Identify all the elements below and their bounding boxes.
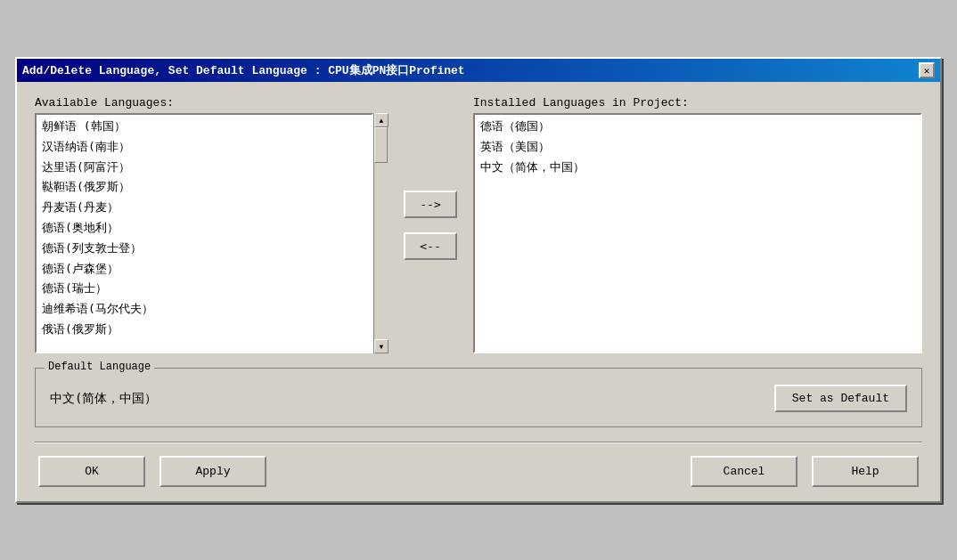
title-bar: Add/Delete Language, Set Default Languag…: [17, 59, 940, 82]
main-dialog: Add/Delete Language, Set Default Languag…: [15, 57, 942, 503]
separator: [35, 442, 922, 443]
scroll-thumb[interactable]: [374, 127, 388, 163]
default-language-row: 中文(简体，中国） Set as Default: [50, 385, 907, 412]
dialog-title: Add/Delete Language, Set Default Languag…: [22, 62, 465, 78]
list-item[interactable]: 鞑靼语(俄罗斯）: [38, 177, 370, 198]
footer-right-buttons: Cancel Help: [691, 456, 919, 487]
installed-languages-section: Installed Languages in Project: 德语（德国）英语…: [473, 96, 922, 353]
list-item[interactable]: 德语(瑞士）: [38, 279, 370, 299]
default-language-group: Default Language 中文(简体，中国） Set as Defaul…: [35, 368, 922, 427]
footer-buttons: OK Apply Cancel Help: [35, 456, 922, 487]
available-list-scrollbar[interactable]: ▲ ▼: [373, 113, 388, 353]
apply-button[interactable]: Apply: [160, 456, 266, 487]
list-item[interactable]: 德语（德国）: [477, 117, 919, 137]
list-item[interactable]: 英语（美国）: [477, 137, 919, 158]
list-item[interactable]: 俄语(俄罗斯）: [38, 320, 370, 340]
list-item[interactable]: 中文（简体，中国）: [477, 158, 919, 178]
list-item[interactable]: 朝鲜语 (韩国）: [38, 117, 370, 137]
installed-languages-list[interactable]: 德语（德国）英语（美国）中文（简体，中国）: [473, 113, 922, 353]
cancel-button[interactable]: Cancel: [691, 456, 798, 487]
list-item[interactable]: 德语(卢森堡）: [38, 259, 370, 280]
help-button[interactable]: Help: [812, 456, 919, 487]
scroll-thumb-area: [374, 127, 388, 339]
remove-language-button[interactable]: <--: [404, 232, 457, 260]
available-languages-label: Available Languages:: [35, 96, 388, 110]
lists-row: Available Languages: 朝鲜语 (韩国）汉语纳语(南非）达里语…: [35, 96, 922, 353]
list-item[interactable]: 达里语(阿富汗）: [38, 158, 370, 178]
arrows-column: --> <--: [388, 96, 473, 353]
dialog-body: Available Languages: 朝鲜语 (韩国）汉语纳语(南非）达里语…: [17, 82, 940, 501]
list-item[interactable]: 迪维希语(马尔代夫）: [38, 299, 370, 320]
scroll-down-btn[interactable]: ▼: [374, 339, 389, 353]
list-item[interactable]: 丹麦语(丹麦）: [38, 198, 370, 218]
scroll-up-btn[interactable]: ▲: [374, 113, 389, 127]
available-languages-list[interactable]: 朝鲜语 (韩国）汉语纳语(南非）达里语(阿富汗）鞑靼语(俄罗斯）丹麦语(丹麦）德…: [35, 113, 373, 353]
default-language-text: 中文(简体，中国）: [50, 391, 157, 407]
installed-languages-label: Installed Languages in Project:: [473, 96, 922, 110]
list-item[interactable]: 德语(奥地利）: [38, 218, 370, 239]
footer-left-buttons: OK Apply: [38, 456, 266, 487]
list-item[interactable]: 德语(列支敦士登）: [38, 239, 370, 259]
ok-button[interactable]: OK: [38, 456, 145, 487]
set-as-default-button[interactable]: Set as Default: [774, 385, 907, 412]
default-language-legend: Default Language: [45, 361, 154, 373]
add-language-button[interactable]: -->: [404, 191, 457, 218]
close-button[interactable]: ✕: [919, 62, 935, 78]
available-languages-section: Available Languages: 朝鲜语 (韩国）汉语纳语(南非）达里语…: [35, 96, 388, 353]
list-item[interactable]: 汉语纳语(南非）: [38, 137, 370, 158]
